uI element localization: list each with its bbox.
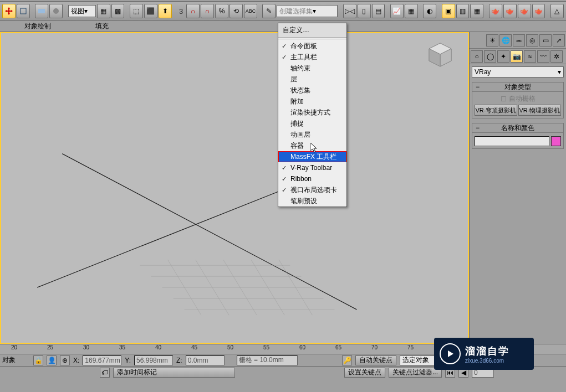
cameras-icon[interactable]: 📷 <box>511 50 523 63</box>
context-menu-item-8[interactable]: 动画层 <box>278 129 346 140</box>
target-icon[interactable]: ◎ <box>526 34 538 47</box>
perspective-viewport[interactable] <box>0 32 469 344</box>
screen-icon[interactable]: ▭ <box>539 34 552 47</box>
z-input[interactable]: 0.0mm <box>186 355 225 365</box>
snap-btn-2[interactable]: ∩ <box>201 4 214 18</box>
key-filters-btn[interactable]: 关键点过滤器... <box>389 368 442 378</box>
abc-btn[interactable]: ABC <box>244 4 257 18</box>
renderer-label: VRay <box>475 68 491 76</box>
axis-icon[interactable]: ⊕ <box>60 355 70 365</box>
context-menu-item-12[interactable]: ✓Ribbon <box>278 173 346 184</box>
svg-point-2 <box>53 8 59 14</box>
link-icon[interactable]: ⫘ <box>513 34 525 47</box>
graph-btn[interactable]: 📈 <box>390 4 404 18</box>
svg-rect-0 <box>21 8 26 14</box>
teapot1-btn[interactable]: 🫖 <box>489 4 502 18</box>
shapes-icon[interactable]: ◯ <box>484 50 496 63</box>
context-menu-item-3[interactable]: 层 <box>278 74 346 85</box>
timeline-tick: 50 <box>227 344 233 350</box>
expand-icon[interactable]: ↗ <box>553 34 565 47</box>
helpers-icon[interactable]: ≈ <box>524 50 536 63</box>
tool-btn-2[interactable] <box>17 4 30 18</box>
snap-btn-1[interactable]: ∩ <box>186 4 200 18</box>
layer-btn[interactable]: ▤ <box>372 4 385 18</box>
context-menu-item-13[interactable]: ✓视口布局选项卡 <box>278 184 346 195</box>
context-menu-item-7[interactable]: 捕捉 <box>278 118 346 129</box>
main-toolbar: 视图 ▾ ▦ ▩ ⬚ ⬛ ⬆ 3 ∩ ∩ % ⟲ ABC ✎ 创建选择集 ▾ ▷… <box>0 2 566 21</box>
context-menu-item-2[interactable]: 轴约束 <box>278 63 346 74</box>
y-input[interactable]: 56.998mm <box>134 355 173 365</box>
tool-btn-5[interactable]: ▦ <box>97 4 110 18</box>
tool-btn-9[interactable]: ⬆ <box>159 4 172 18</box>
edit-named-btn[interactable]: ✎ <box>262 4 276 18</box>
context-menu-item-6[interactable]: 渲染快捷方式 <box>278 107 346 118</box>
auto-key-btn[interactable]: 自动关键点 <box>355 355 396 365</box>
toolbar-context-menu: 自定义… ✓命令面板✓主工具栏轴约束层状态集附加渲染快捷方式捕捉动画层容器Mas… <box>278 23 347 207</box>
renderer-combo[interactable]: VRay▾ <box>472 66 564 78</box>
x-input[interactable]: 169.677mm <box>83 355 121 365</box>
context-menu-item-14[interactable]: 笔刷预设 <box>278 195 346 207</box>
spacewarps-icon[interactable]: 〰 <box>537 50 549 63</box>
view-cube[interactable] <box>424 39 457 72</box>
systems-icon[interactable]: ✲ <box>550 50 563 63</box>
teapot4-btn[interactable]: 🫖 <box>532 4 545 18</box>
object-color-swatch[interactable] <box>551 136 561 146</box>
y-label: Y: <box>125 357 131 364</box>
object-type-rollout-header[interactable]: −对象类型 <box>472 82 564 92</box>
selection-set-combo[interactable]: 创建选择集 ▾ <box>277 5 338 17</box>
context-menu-header[interactable]: 自定义… <box>278 23 346 38</box>
material-btn[interactable]: ◐ <box>423 4 436 18</box>
add-time-tag-btn[interactable]: 添加时间标记 <box>113 368 235 378</box>
view-combo[interactable]: 视图 ▾ <box>68 5 96 17</box>
globe-icon[interactable]: 🌐 <box>499 34 512 47</box>
sun-icon[interactable]: ☀ <box>486 34 498 47</box>
timeline-tick: 35 <box>119 344 125 350</box>
person-icon[interactable]: 👤 <box>47 355 57 365</box>
tag-icon[interactable]: 🏷 <box>100 368 110 378</box>
context-menu-item-1[interactable]: ✓主工具栏 <box>278 51 346 63</box>
render-setup-btn[interactable]: ▣ <box>442 4 455 18</box>
set-keys-btn[interactable]: 设置关键点 <box>344 368 385 378</box>
context-menu-item-11[interactable]: ✓V-Ray Toolbar <box>278 162 346 173</box>
render-frame-btn[interactable]: ▥ <box>456 4 470 18</box>
watermark-brand: 溜溜自学 zixue.3d66.com <box>434 338 534 370</box>
object-name-input[interactable] <box>475 136 549 146</box>
vr-physical-camera-btn[interactable]: VR-物理摄影机 <box>518 105 561 116</box>
lights-icon[interactable]: ✦ <box>497 50 509 63</box>
tool-btn-8[interactable]: ⬛ <box>144 4 157 18</box>
auto-grid-check[interactable]: ☐ 自动栅格 <box>475 94 561 104</box>
schematic-btn[interactable]: ▦ <box>405 4 418 18</box>
spinner-btn[interactable]: ⟲ <box>230 4 243 18</box>
context-menu-item-5[interactable]: 附加 <box>278 96 346 107</box>
mirror-btn[interactable]: ▷◁ <box>343 4 356 18</box>
context-menu-item-9[interactable]: 容器 <box>278 140 346 151</box>
timeline-tick: 65 <box>335 344 341 350</box>
teapot2-btn[interactable]: 🫖 <box>503 4 517 18</box>
select-move-btn[interactable] <box>2 4 16 18</box>
tool-btn-6[interactable]: ▩ <box>111 4 125 18</box>
timeline-tick: 30 <box>83 344 89 350</box>
timeline-tick: 75 <box>407 344 414 350</box>
percent-btn[interactable]: % <box>215 4 228 18</box>
auto-grid-label: 自动栅格 <box>509 94 536 104</box>
tool-btn-7[interactable]: ⬚ <box>130 4 143 18</box>
context-menu-item-10[interactable]: MassFX 工具栏 <box>278 151 346 162</box>
lock-icon[interactable]: 🔒 <box>33 355 43 365</box>
name-color-rollout-header[interactable]: −名称和颜色 <box>472 123 564 133</box>
name-color-title: 名称和颜色 <box>501 123 534 133</box>
tool-btn-r3[interactable]: ▦ <box>470 4 483 18</box>
key-icon[interactable]: 🔑 <box>342 355 352 365</box>
object-type-rollout: ☐ 自动栅格 VR-穹顶摄影机 VR-物理摄影机 <box>472 92 564 118</box>
align-btn[interactable]: ▯ <box>358 4 371 18</box>
geometry-icon[interactable]: ○ <box>471 50 483 63</box>
teapot3-btn[interactable]: 🫖 <box>518 4 531 18</box>
timeline-tick: 20 <box>11 344 17 350</box>
timeline-tick: 45 <box>191 344 197 350</box>
obj-paint-label: 对象绘制 <box>24 22 51 31</box>
vr-dome-camera-btn[interactable]: VR-穹顶摄影机 <box>475 105 517 116</box>
context-menu-item-4[interactable]: 状态集 <box>278 85 346 96</box>
context-menu-item-0[interactable]: ✓命令面板 <box>278 40 346 51</box>
tool-btn-3[interactable] <box>35 4 48 18</box>
tool-btn-end[interactable]: △ <box>550 4 564 18</box>
tool-btn-4[interactable] <box>49 4 63 18</box>
